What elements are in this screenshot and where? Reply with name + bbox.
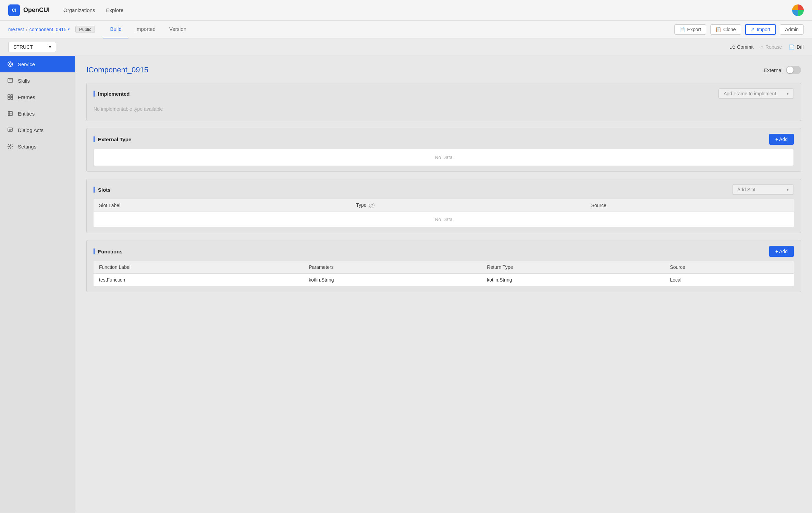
settings-icon (7, 143, 14, 150)
external-type-add-button[interactable]: + Add (769, 134, 794, 145)
svg-rect-12 (11, 97, 13, 99)
rebase-action[interactable]: ○ Rebase (761, 44, 782, 50)
diff-action[interactable]: 📄 Diff (789, 44, 804, 50)
slot-label-col: Slot Label (94, 199, 350, 212)
external-type-header: External Type + Add (87, 128, 801, 149)
chevron-down-icon: ▾ (49, 45, 51, 49)
sidebar-item-service[interactable]: Service (0, 56, 75, 72)
nav-explore[interactable]: Explore (106, 6, 124, 14)
main-layout: Service Skills Frames (0, 56, 812, 513)
functions-section: Functions + Add Function Label Parameter… (86, 240, 801, 292)
external-toggle[interactable] (786, 66, 801, 74)
breadcrumb-separator: / (26, 27, 27, 32)
function-source-cell: Local (664, 274, 794, 286)
function-params-cell: kotlin.String (303, 274, 481, 286)
slots-section: Slots Add Slot ▾ Slot Label Type ? (86, 179, 801, 233)
second-nav-actions: 📄 Export 📋 Clone ↗ Import Admin (674, 24, 804, 35)
svg-rect-11 (8, 97, 10, 99)
external-type-section: External Type + Add No Data (86, 128, 801, 172)
struct-dropdown[interactable]: STRUCT ▾ (8, 42, 56, 52)
sidebar-item-settings[interactable]: Settings (0, 138, 75, 155)
slots-body: Slot Label Type ? Source No Data (87, 199, 801, 233)
slots-title: Slots (94, 187, 111, 193)
import-button[interactable]: ↗ Import (745, 24, 776, 35)
top-navbar: CI OpenCUI Organizations Explore (0, 0, 812, 21)
service-icon (7, 61, 14, 68)
breadcrumb-component[interactable]: component_0915 ▾ (29, 27, 70, 32)
sidebar-item-dialog-acts[interactable]: Dialog Acts (0, 122, 75, 138)
svg-rect-13 (8, 111, 12, 116)
second-nav-tabs: Build Imported Version (103, 21, 193, 38)
svg-rect-9 (8, 95, 10, 97)
logo-area: CI OpenCUI (8, 4, 50, 16)
clone-button[interactable]: 📋 Clone (710, 24, 741, 35)
frames-icon (7, 94, 14, 100)
breadcrumb: me.test / component_0915 ▾ (8, 27, 70, 32)
sidebar-item-frames[interactable]: Frames (0, 89, 75, 105)
slots-no-data-row: No Data (94, 212, 794, 227)
tab-build[interactable]: Build (103, 21, 128, 38)
functions-body: Function Label Parameters Return Type So… (87, 261, 801, 292)
top-nav-links: Organizations Explore (63, 6, 792, 14)
implemented-section-header: Implemented Add Frame to implement ▾ (87, 83, 801, 103)
svg-rect-16 (8, 128, 13, 131)
export-icon: 📄 (679, 27, 685, 32)
sidebar-item-skills[interactable]: Skills (0, 72, 75, 89)
skills-icon (7, 77, 14, 84)
import-icon: ↗ (751, 27, 755, 32)
external-type-no-data: No Data (94, 149, 794, 166)
diff-icon: 📄 (789, 44, 795, 50)
visibility-badge: Public (75, 26, 95, 33)
user-avatar[interactable] (792, 4, 804, 16)
implemented-title: Implemented (94, 91, 130, 97)
implemented-body: No implementable type available (87, 103, 801, 121)
function-label-cell: testFunction (94, 274, 303, 286)
app-name: OpenCUI (23, 7, 50, 14)
add-slot-dropdown[interactable]: Add Slot ▾ (732, 184, 794, 195)
dialog-acts-icon (7, 127, 14, 133)
external-toggle-area: External (764, 66, 801, 74)
component-title: IComponent_0915 (86, 65, 148, 74)
external-type-body: No Data (87, 149, 801, 171)
type-help-icon[interactable]: ? (369, 203, 374, 208)
slot-source-col: Source (586, 199, 794, 212)
function-params-col: Parameters (303, 261, 481, 274)
tab-version[interactable]: Version (162, 21, 193, 38)
functions-section-header: Functions + Add (87, 240, 801, 261)
function-label-col: Function Label (94, 261, 303, 274)
clone-icon: 📋 (715, 27, 721, 32)
commit-icon: ⎇ (729, 44, 735, 50)
function-source-col: Source (664, 261, 794, 274)
implemented-empty-text: No implementable type available (94, 103, 794, 115)
svg-rect-10 (11, 95, 13, 97)
nav-organizations[interactable]: Organizations (63, 6, 95, 14)
breadcrumb-user[interactable]: me.test (8, 27, 24, 32)
functions-add-button[interactable]: + Add (769, 246, 794, 257)
slots-table: Slot Label Type ? Source No Data (94, 199, 794, 227)
entities-icon (7, 110, 14, 117)
chevron-down-icon: ▾ (68, 27, 70, 32)
chevron-down-icon: ▾ (787, 91, 789, 96)
toolbar: STRUCT ▾ ⎇ Commit ○ Rebase 📄 Diff (0, 38, 812, 56)
implemented-section: Implemented Add Frame to implement ▾ No … (86, 83, 801, 121)
rebase-icon: ○ (761, 44, 763, 50)
second-navbar: me.test / component_0915 ▾ Public Build … (0, 21, 812, 38)
add-frame-dropdown[interactable]: Add Frame to implement ▾ (718, 88, 794, 99)
sidebar-item-entities[interactable]: Entities (0, 105, 75, 122)
tab-imported[interactable]: Imported (128, 21, 162, 38)
admin-button[interactable]: Admin (780, 24, 804, 35)
logo-icon: CI (8, 4, 20, 16)
external-type-title: External Type (94, 136, 131, 142)
slot-type-col: Type ? (350, 199, 586, 212)
table-row[interactable]: testFunction kotlin.String kotlin.String… (94, 274, 794, 286)
main-content: IComponent_0915 External Implemented Add… (75, 56, 812, 513)
sidebar: Service Skills Frames (0, 56, 75, 513)
export-button[interactable]: 📄 Export (674, 24, 706, 35)
commit-action[interactable]: ⎇ Commit (729, 44, 753, 50)
svg-point-19 (10, 146, 11, 147)
slots-section-header: Slots Add Slot ▾ (87, 179, 801, 199)
content-header: IComponent_0915 External (86, 65, 801, 74)
toolbar-actions: ⎇ Commit ○ Rebase 📄 Diff (729, 44, 804, 50)
svg-point-1 (9, 63, 11, 65)
function-return-col: Return Type (481, 261, 664, 274)
